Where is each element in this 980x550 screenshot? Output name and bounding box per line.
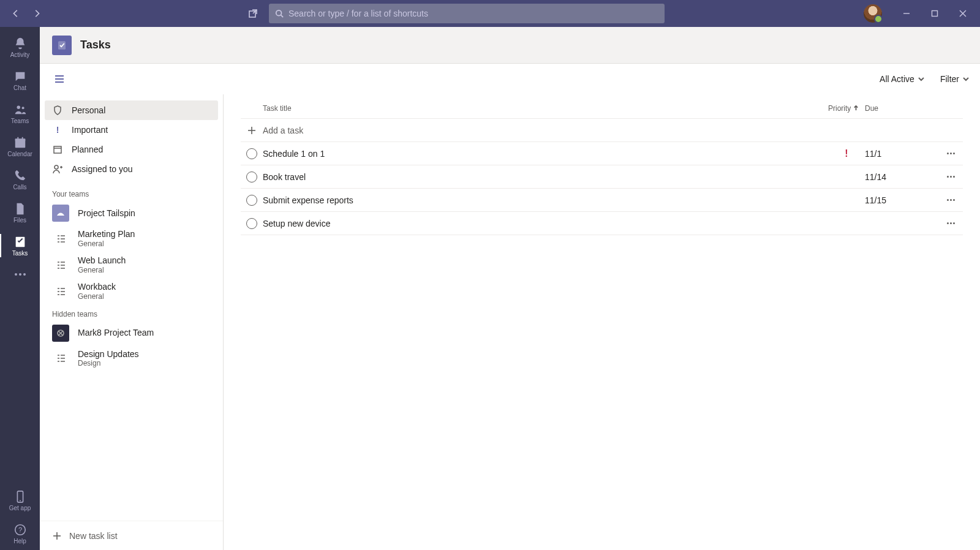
row-menu-button[interactable] xyxy=(938,222,963,224)
toggle-sidepanel-button[interactable] xyxy=(51,70,68,88)
nav-back-button[interactable] xyxy=(7,5,24,22)
more-icon xyxy=(13,268,27,281)
team-marketing-plan[interactable]: Marketing Plan General xyxy=(40,225,223,252)
rail-label: Chat xyxy=(13,85,26,91)
team-project-tailspin[interactable]: Project Tailspin xyxy=(40,201,223,225)
svg-point-2 xyxy=(276,10,282,16)
svg-rect-23 xyxy=(54,146,61,153)
svg-rect-12 xyxy=(17,137,18,140)
row-menu-button[interactable] xyxy=(938,153,963,154)
add-task-row[interactable]: Add a task xyxy=(241,119,963,142)
checklist-icon xyxy=(52,350,69,367)
person-icon xyxy=(52,164,63,174)
task-due: 11/15 xyxy=(865,195,938,205)
smartlist-important[interactable]: ! Important xyxy=(45,120,218,140)
plus-icon xyxy=(52,531,62,541)
team-channel: General xyxy=(78,292,116,301)
rail-label: Files xyxy=(13,217,26,224)
search-placeholder: Search or type / for a list of shortcuts xyxy=(288,9,428,18)
team-channel: General xyxy=(78,266,126,274)
section-hidden-teams: Hidden teams xyxy=(40,305,223,321)
add-task-label: Add a task xyxy=(263,126,828,135)
rail-chat[interactable]: Chat xyxy=(0,64,40,97)
row-menu-button[interactable] xyxy=(938,199,963,201)
team-design-updates[interactable]: Design Updates Design xyxy=(40,345,223,372)
plus-icon xyxy=(241,125,263,136)
complete-toggle[interactable] xyxy=(246,171,257,183)
smartlist-assigned[interactable]: Assigned to you xyxy=(45,159,218,179)
task-row[interactable]: Schedule 1 on 1 ! 11/1 xyxy=(241,142,963,165)
complete-toggle[interactable] xyxy=(246,218,257,229)
rail-tasks[interactable]: Tasks xyxy=(0,229,40,262)
rail-getapp[interactable]: Get app xyxy=(0,484,40,517)
view-dropdown[interactable]: All Active xyxy=(880,74,924,84)
rail-label: Calls xyxy=(13,184,26,190)
rail-calls[interactable]: Calls xyxy=(0,163,40,196)
checklist-icon xyxy=(52,257,69,274)
rail-label: Get app xyxy=(9,505,31,511)
window-minimize-button[interactable] xyxy=(893,0,920,27)
rail-teams[interactable]: Teams xyxy=(0,97,40,130)
svg-rect-5 xyxy=(932,11,938,17)
complete-toggle[interactable] xyxy=(246,148,257,159)
task-title: Book travel xyxy=(263,172,828,182)
task-title: Schedule 1 on 1 xyxy=(263,149,828,159)
search-input[interactable]: Search or type / for a list of shortcuts xyxy=(269,4,665,23)
task-due: 11/1 xyxy=(865,149,938,159)
team-channel: General xyxy=(78,239,135,248)
svg-text:?: ? xyxy=(18,526,21,533)
svg-rect-11 xyxy=(15,138,25,141)
list-item-label: Assigned to you xyxy=(72,164,133,174)
team-mark8[interactable]: Mark8 Project Team xyxy=(40,321,223,345)
chevron-down-icon xyxy=(963,76,969,82)
team-channel: Design xyxy=(78,359,139,367)
rail-calendar[interactable]: Calendar xyxy=(0,130,40,163)
col-priority[interactable]: Priority xyxy=(828,104,865,113)
search-icon xyxy=(275,9,284,18)
tasks-app-icon xyxy=(52,36,72,55)
team-name: Marketing Plan xyxy=(78,229,135,239)
svg-point-25 xyxy=(55,165,58,169)
popout-button[interactable] xyxy=(244,5,262,22)
svg-point-9 xyxy=(21,107,24,109)
rail-label: Activity xyxy=(10,51,30,58)
rail-label: Tasks xyxy=(12,250,28,257)
table-header: Task title Priority Due xyxy=(241,98,963,119)
task-row[interactable]: Submit expense reports 11/15 xyxy=(241,189,963,212)
team-web-launch[interactable]: Web Launch General xyxy=(40,252,223,278)
rail-activity[interactable]: Activity xyxy=(0,31,40,64)
toolbar: All Active Filter xyxy=(40,64,980,94)
list-item-label: Important xyxy=(72,125,108,135)
avatar[interactable] xyxy=(864,4,882,23)
rail-more[interactable] xyxy=(0,262,40,287)
col-due[interactable]: Due xyxy=(865,104,938,113)
nav-forward-button[interactable] xyxy=(28,5,45,22)
list-item-label: Planned xyxy=(72,145,103,154)
task-row[interactable]: Book travel 11/14 xyxy=(241,165,963,189)
page-title: Tasks xyxy=(80,39,111,51)
calendar-icon xyxy=(52,145,63,154)
window-maximize-button[interactable] xyxy=(921,0,948,27)
rail-help[interactable]: ? Help xyxy=(0,517,40,550)
priority-high-icon: ! xyxy=(828,148,865,159)
rail-files[interactable]: Files xyxy=(0,196,40,229)
team-name: Mark8 Project Team xyxy=(78,328,154,338)
shield-icon xyxy=(52,105,63,115)
new-task-list-button[interactable]: New task list xyxy=(40,521,223,550)
complete-toggle[interactable] xyxy=(246,195,257,206)
smartlist-personal[interactable]: Personal xyxy=(45,100,218,120)
filter-dropdown[interactable]: Filter xyxy=(940,74,969,84)
svg-rect-13 xyxy=(21,137,23,140)
team-workback[interactable]: Workback General xyxy=(40,278,223,304)
view-dropdown-label: All Active xyxy=(880,74,914,84)
list-panel: Personal ! Important Planned Assigned to… xyxy=(40,94,224,550)
svg-line-1 xyxy=(253,10,257,13)
list-item-label: Personal xyxy=(72,105,105,115)
task-row[interactable]: Setup new device xyxy=(241,212,963,235)
window-close-button[interactable] xyxy=(949,0,976,27)
row-menu-button[interactable] xyxy=(938,176,963,178)
smartlist-planned[interactable]: Planned xyxy=(45,140,218,159)
team-name: Project Tailspin xyxy=(78,208,135,219)
task-table: Task title Priority Due Add a task Sched… xyxy=(224,94,980,550)
col-title[interactable]: Task title xyxy=(263,104,828,113)
